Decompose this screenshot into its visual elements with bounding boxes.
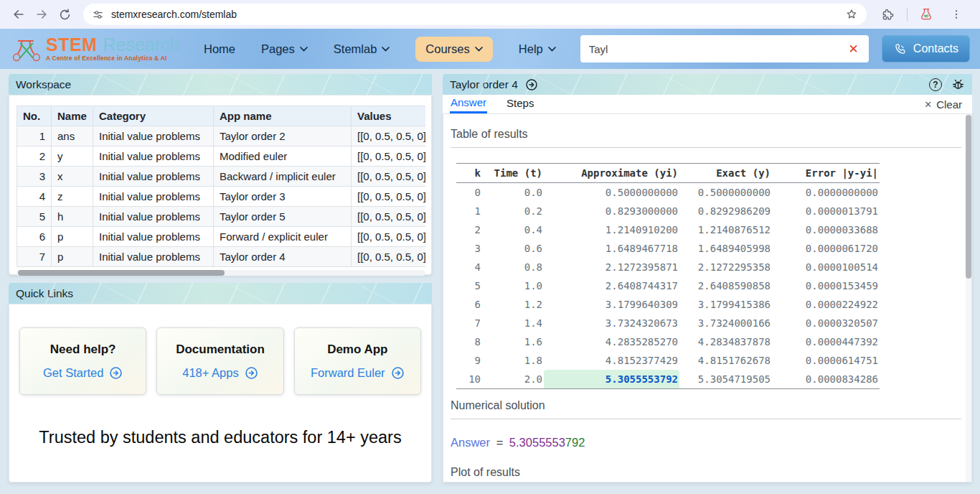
chevron-down-icon — [382, 47, 390, 52]
chevron-down-icon — [475, 47, 483, 52]
cell-category: Initial value problems — [93, 167, 214, 187]
cell-error: 0.0000224922 — [772, 295, 880, 314]
answer-line: Answer = 5.3055553792 — [451, 436, 961, 449]
plot-of-results-heading: Plot of results — [451, 466, 961, 479]
col-header-category: Category — [93, 106, 214, 126]
quick-link[interactable]: 418+ Apps — [182, 366, 258, 380]
search-input[interactable] — [589, 43, 847, 55]
vertical-scrollbar[interactable] — [966, 114, 971, 482]
horizontal-scrollbar-thumb[interactable] — [18, 270, 225, 276]
cell-k: 7 — [456, 314, 482, 332]
workspace-table: No. Name Category App name Values 1 an — [17, 106, 425, 267]
menu-item-stemlab[interactable]: Stemlab — [334, 42, 390, 56]
cell-approximate: 4.8152377429 — [544, 351, 679, 370]
cell-no: 6 — [17, 227, 52, 247]
phone-icon — [893, 42, 907, 56]
reload-icon[interactable] — [53, 3, 76, 26]
close-icon: ✕ — [924, 99, 932, 110]
answer-value-main: 5.3055553 — [509, 436, 565, 449]
cell-error: 0.0000614751 — [772, 351, 880, 370]
site-settings-icon[interactable] — [92, 9, 104, 21]
workspace-row[interactable]: 2 y Initial value problems Modified eule… — [17, 146, 426, 167]
search-clear-icon[interactable]: ✕ — [847, 42, 860, 57]
cell-k: 10 — [456, 370, 482, 389]
tab-answer[interactable]: Answer — [450, 95, 487, 113]
cell-name: z — [52, 187, 93, 207]
workspace-row[interactable]: 4 z Initial value problems Taylor order … — [17, 187, 426, 207]
cell-error: 0.0000447392 — [772, 332, 880, 351]
help-icon[interactable]: ? — [929, 78, 942, 91]
workspace-row[interactable]: 7 p Initial value problems Taylor order … — [17, 247, 426, 267]
cell-k: 4 — [456, 258, 482, 276]
menu-item-help[interactable]: Help — [519, 42, 556, 56]
cell-approximate: 4.2835285270 — [544, 332, 679, 351]
cell-approximate: 5.3055553792 — [544, 370, 679, 389]
results-row: 6 1.2 3.1799640309 3.1799415386 0.000022… — [456, 295, 880, 314]
cell-time: 1.0 — [482, 276, 544, 295]
cell-time: 1.2 — [482, 295, 544, 314]
menu-item-home[interactable]: Home — [204, 42, 235, 56]
cell-approximate: 1.6489467718 — [544, 239, 679, 258]
quick-link-label: Forward Euler — [311, 366, 385, 380]
result-panel-title: Taylor order 4 — [450, 78, 518, 91]
results-row: 10 2.0 5.3055553792 5.3054719505 0.00008… — [456, 370, 880, 389]
vertical-scrollbar-thumb[interactable] — [966, 115, 971, 279]
quick-link[interactable]: Forward Euler — [311, 366, 405, 380]
workspace-row[interactable]: 1 ans Initial value problems Taylor orde… — [17, 126, 426, 146]
numerical-solution-heading: Numerical solution — [451, 399, 961, 412]
cell-exact: 5.3054719505 — [679, 370, 772, 389]
flask-logo-icon — [10, 34, 42, 64]
contacts-button[interactable]: Contacts — [882, 35, 970, 62]
horizontal-scrollbar[interactable] — [17, 270, 425, 276]
quick-links-title: Quick Links — [16, 287, 73, 300]
cell-category: Initial value problems — [93, 247, 214, 267]
workspace-row[interactable]: 3 x Initial value problems Backward / im… — [17, 167, 426, 187]
clear-button[interactable]: ✕ Clear — [924, 98, 962, 111]
stem-extension-icon[interactable] — [915, 3, 938, 26]
cell-time: 0.0 — [482, 183, 544, 202]
open-app-arrow-icon[interactable] — [525, 78, 538, 91]
results-header-row: k Time (t) Approximate (yi) Exact (y) Er… — [456, 164, 880, 183]
cell-name: p — [52, 227, 93, 247]
workspace-row[interactable]: 6 p Initial value problems Forward / exp… — [17, 227, 426, 247]
forward-icon[interactable] — [30, 3, 53, 26]
cell-app-name: Taylor order 2 — [214, 126, 352, 146]
contacts-label: Contacts — [913, 42, 958, 55]
browser-menu-icon[interactable] — [945, 3, 968, 26]
left-column: Workspace No. Name Category App name Val… — [9, 74, 432, 483]
cell-error: 0.0000061720 — [772, 239, 880, 258]
cell-error: 0.0000320507 — [772, 314, 880, 332]
cell-values: [[0, 0.5, 0.5, 0] — [352, 146, 426, 167]
quick-link-title: Documentation — [176, 342, 265, 357]
menu-item-courses[interactable]: Courses — [415, 37, 492, 62]
answer-value-tail: 792 — [565, 436, 585, 449]
cell-error: 0.0000153459 — [772, 276, 880, 295]
workspace-row[interactable]: 5 h Initial value problems Taylor order … — [17, 207, 426, 227]
cell-exact: 3.7324000166 — [679, 314, 772, 332]
cell-k: 3 — [456, 239, 482, 258]
cell-time: 0.6 — [482, 239, 544, 258]
cell-time: 1.4 — [482, 314, 544, 332]
cell-exact: 2.1272295358 — [679, 258, 772, 276]
col-approximate: Approximate (yi) — [544, 164, 679, 183]
site-navbar: STEM Research A Centre of Excellence in … — [0, 29, 980, 69]
cell-values: [[0, 0.5, 0.5, 0] — [352, 207, 426, 227]
cell-exact: 0.5000000000 — [679, 183, 772, 202]
url-text[interactable]: stemxresearch.com/stemlab — [111, 9, 838, 20]
cell-error: 0.0000013791 — [772, 202, 880, 220]
circled-arrow-icon — [245, 366, 258, 380]
menu-item-pages[interactable]: Pages — [261, 42, 308, 56]
quick-link[interactable]: Get Started — [43, 366, 123, 380]
address-bar[interactable]: stemxresearch.com/stemlab — [83, 4, 867, 25]
extensions-icon[interactable] — [877, 3, 900, 26]
back-icon[interactable] — [7, 3, 30, 26]
cell-exact: 0.8292986209 — [679, 202, 772, 220]
tab-steps[interactable]: Steps — [506, 96, 534, 112]
cell-exact: 4.8151762678 — [679, 351, 772, 370]
app-search-box[interactable]: ✕ — [580, 35, 869, 62]
brand-logo[interactable]: STEM Research A Centre of Excellence in … — [10, 34, 181, 64]
cell-k: 6 — [456, 295, 482, 314]
bookmark-star-icon[interactable] — [845, 8, 858, 21]
cell-name: x — [52, 167, 93, 187]
bug-report-icon[interactable] — [951, 78, 965, 91]
